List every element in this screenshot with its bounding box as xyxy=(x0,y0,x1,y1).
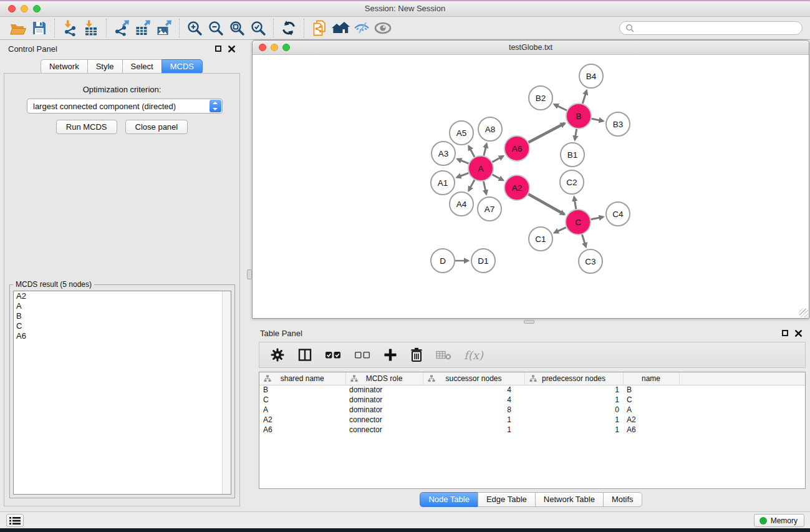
import-network-icon[interactable] xyxy=(59,18,80,38)
cell[interactable]: 1 xyxy=(524,415,623,425)
split-panel-icon[interactable] xyxy=(297,347,312,363)
cell[interactable]: B xyxy=(623,385,679,395)
add-column-icon[interactable] xyxy=(383,347,397,363)
cell[interactable]: connector xyxy=(345,425,423,435)
cell[interactable]: C xyxy=(623,395,679,405)
edge-C-C4[interactable] xyxy=(591,217,604,220)
zoom-out-icon[interactable] xyxy=(205,18,226,38)
select-all-icon[interactable] xyxy=(325,347,342,363)
node-C1[interactable]: C1 xyxy=(529,227,552,251)
node-A7[interactable]: A7 xyxy=(478,197,501,221)
edge-A-A7[interactable] xyxy=(483,181,486,195)
memory-button[interactable]: Memory xyxy=(754,514,804,527)
node-B2[interactable]: B2 xyxy=(529,86,552,110)
cell[interactable]: 1 xyxy=(423,425,524,435)
zoom-fit-icon[interactable] xyxy=(226,18,248,38)
apply-function-icon[interactable]: f(x) xyxy=(464,347,483,363)
cell[interactable]: 8 xyxy=(423,405,524,415)
tab-motifs[interactable]: Motifs xyxy=(603,492,642,507)
node-A5[interactable]: A5 xyxy=(450,121,473,145)
node-C2[interactable]: C2 xyxy=(560,170,584,194)
mcds-result-list[interactable]: A2ABCA6 xyxy=(13,291,231,495)
vertical-splitter-handle[interactable] xyxy=(247,269,252,279)
edge-A2-C[interactable] xyxy=(528,194,564,215)
export-image-icon[interactable] xyxy=(153,18,175,38)
node-C[interactable]: C xyxy=(566,210,591,235)
table-row-a2[interactable]: A2connector11A2 xyxy=(259,415,805,425)
edge-C-C3[interactable] xyxy=(582,235,586,247)
result-scrollbar[interactable] xyxy=(222,291,231,494)
edge-B-B3[interactable] xyxy=(592,118,604,121)
zoom-in-icon[interactable] xyxy=(184,18,205,38)
cell[interactable]: dominator xyxy=(345,395,423,405)
node-B4[interactable]: B4 xyxy=(579,64,603,88)
edge-C-C1[interactable] xyxy=(554,228,566,233)
network-graph[interactable]: B4B2BB3A5A8A6A3B1AA1C2A2A4A7C4CC1C3DD1 xyxy=(253,55,809,318)
search-box[interactable] xyxy=(619,21,803,35)
minimize-window-icon[interactable] xyxy=(271,44,278,51)
save-session-icon[interactable] xyxy=(29,18,50,38)
cell[interactable]: A2 xyxy=(259,415,345,425)
tab-network-table[interactable]: Network Table xyxy=(535,492,604,507)
edge-B-B2[interactable] xyxy=(554,104,567,110)
edge-C-C2[interactable] xyxy=(574,197,576,210)
cell[interactable]: A xyxy=(259,405,345,415)
result-item-a2[interactable]: A2 xyxy=(14,291,231,301)
node-A3[interactable]: A3 xyxy=(432,142,455,165)
node-C3[interactable]: C3 xyxy=(579,249,602,273)
node-A1[interactable]: A1 xyxy=(431,171,455,195)
criterion-select[interactable]: largest connected component (directed) xyxy=(27,99,223,114)
column-header-name[interactable]: name xyxy=(623,372,679,385)
close-panel-button[interactable]: Close panel xyxy=(125,120,188,134)
cell[interactable]: connector xyxy=(345,415,423,425)
minimize-window-icon[interactable] xyxy=(21,5,28,12)
node-B3[interactable]: B3 xyxy=(606,112,630,136)
edge-A6-B[interactable] xyxy=(529,123,565,143)
export-table-icon[interactable] xyxy=(132,18,153,38)
zoom-window-icon[interactable] xyxy=(282,44,290,51)
settings-gear-icon[interactable] xyxy=(270,347,285,363)
node-table-container[interactable]: shared nameMCDS rolesuccessor nodesprede… xyxy=(259,372,806,489)
search-input[interactable] xyxy=(637,23,796,33)
new-network-from-selection-icon[interactable] xyxy=(309,18,330,38)
horizontal-splitter-handle[interactable] xyxy=(524,320,534,324)
cell[interactable]: C xyxy=(259,395,345,405)
cell[interactable]: 0 xyxy=(524,405,623,415)
table-row-c[interactable]: Cdominator41C xyxy=(259,395,805,405)
table-row-a[interactable]: Adominator80A xyxy=(259,405,805,415)
hide-selected-icon[interactable] xyxy=(351,18,372,38)
delete-table-icon[interactable] xyxy=(436,347,451,363)
node-B1[interactable]: B1 xyxy=(561,143,584,167)
node-A6[interactable]: A6 xyxy=(504,136,529,161)
close-window-icon[interactable] xyxy=(259,44,266,51)
first-neighbors-icon[interactable] xyxy=(330,18,351,38)
zoom-selected-icon[interactable] xyxy=(248,18,269,38)
cell[interactable]: A2 xyxy=(623,415,679,425)
node-D[interactable]: D xyxy=(431,249,455,273)
result-item-a6[interactable]: A6 xyxy=(14,331,231,341)
column-header-predecessor-nodes[interactable]: predecessor nodes xyxy=(524,372,623,385)
tab-network[interactable]: Network xyxy=(41,59,88,74)
import-table-icon[interactable] xyxy=(80,18,102,38)
run-mcds-button[interactable]: Run MCDS xyxy=(56,120,117,134)
cell[interactable]: B xyxy=(259,385,345,395)
cell[interactable]: dominator xyxy=(345,405,423,415)
task-history-button[interactable] xyxy=(6,514,24,527)
tab-select[interactable]: Select xyxy=(122,59,162,74)
node-A4[interactable]: A4 xyxy=(450,192,473,216)
node-B[interactable]: B xyxy=(566,104,591,128)
edge-A-A8[interactable] xyxy=(484,143,487,155)
cell[interactable]: 4 xyxy=(423,395,524,405)
close-panel-icon[interactable] xyxy=(228,46,235,52)
edge-A-A1[interactable] xyxy=(457,173,469,177)
node-A[interactable]: A xyxy=(468,156,493,181)
column-header-shared-name[interactable]: shared name xyxy=(259,372,345,385)
cell[interactable]: A6 xyxy=(623,425,679,435)
cell[interactable]: 4 xyxy=(423,385,524,395)
node-A8[interactable]: A8 xyxy=(478,117,502,141)
tab-edge-table[interactable]: Edge Table xyxy=(478,492,536,507)
cell[interactable]: 1 xyxy=(524,425,623,435)
tab-node-table[interactable]: Node Table xyxy=(420,492,478,507)
refresh-view-icon[interactable] xyxy=(278,18,299,38)
node-D1[interactable]: D1 xyxy=(471,249,495,273)
